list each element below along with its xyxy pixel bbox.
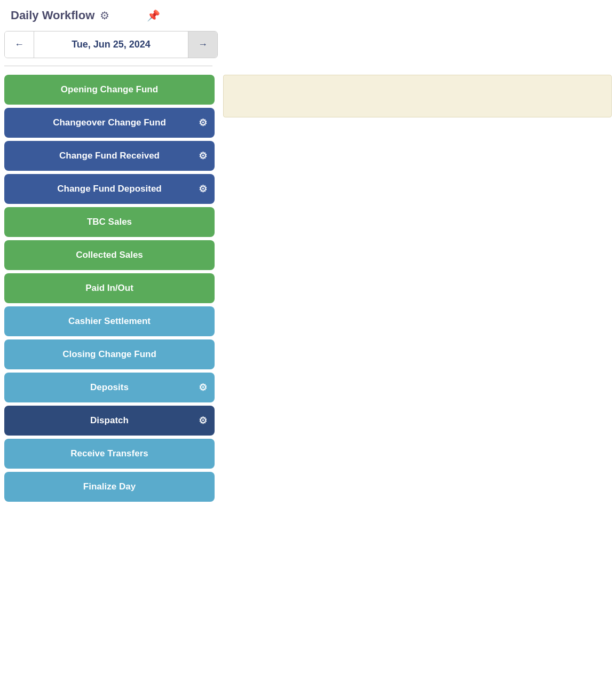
deposits-gear-icon[interactable]: ⚙ [199,382,207,393]
main-layout: Opening Change FundChangeover Change Fun… [0,75,616,680]
header-divider [4,66,212,66]
dispatch-gear-icon[interactable]: ⚙ [199,415,207,426]
change-fund-received-button[interactable]: Change Fund Received⚙ [4,141,215,171]
right-panel [219,75,616,680]
cashier-settlement-label: Cashier Settlement [68,316,151,327]
changeover-change-fund-button[interactable]: Changeover Change Fund⚙ [4,108,215,138]
closing-change-fund-label: Closing Change Fund [62,349,156,360]
page-container: Daily Workflow ⚙ 📌 ← Tue, Jun 25, 2024 →… [0,0,616,680]
header-gear-icon[interactable]: ⚙ [100,9,109,22]
finalize-day-button[interactable]: Finalize Day [4,472,215,502]
next-date-button[interactable]: → [188,31,217,58]
opening-change-fund-label: Opening Change Fund [61,84,158,95]
finalize-day-label: Finalize Day [83,481,136,492]
deposits-button[interactable]: Deposits⚙ [4,373,215,402]
left-panel: Opening Change FundChangeover Change Fun… [0,75,219,680]
date-navigation: ← Tue, Jun 25, 2024 → [4,31,218,58]
changeover-change-fund-label: Changeover Change Fund [53,117,166,128]
change-fund-deposited-label: Change Fund Deposited [57,184,162,194]
deposits-label: Deposits [90,382,129,393]
dispatch-label: Dispatch [90,415,129,426]
paid-in-out-button[interactable]: Paid In/Out [4,273,215,303]
change-fund-received-label: Change Fund Received [59,151,160,161]
right-panel-highlight [223,75,612,117]
current-date-label: Tue, Jun 25, 2024 [34,31,188,58]
header-pin-icon[interactable]: 📌 [147,9,160,22]
receive-transfers-label: Receive Transfers [70,448,148,459]
opening-change-fund-button[interactable]: Opening Change Fund [4,75,215,105]
tbc-sales-button[interactable]: TBC Sales [4,207,215,237]
closing-change-fund-button[interactable]: Closing Change Fund [4,339,215,369]
change-fund-deposited-button[interactable]: Change Fund Deposited⚙ [4,174,215,204]
change-fund-deposited-gear-icon[interactable]: ⚙ [199,183,207,195]
collected-sales-button[interactable]: Collected Sales [4,240,215,270]
prev-date-button[interactable]: ← [5,31,34,58]
change-fund-received-gear-icon[interactable]: ⚙ [199,150,207,162]
changeover-change-fund-gear-icon[interactable]: ⚙ [199,117,207,129]
page-title: Daily Workflow [11,9,94,22]
tbc-sales-label: TBC Sales [87,217,132,227]
cashier-settlement-button[interactable]: Cashier Settlement [4,306,215,336]
collected-sales-label: Collected Sales [76,250,143,260]
dispatch-button[interactable]: Dispatch⚙ [4,406,215,436]
paid-in-out-label: Paid In/Out [85,283,133,294]
receive-transfers-button[interactable]: Receive Transfers [4,439,215,469]
header: Daily Workflow ⚙ 📌 [0,0,616,28]
